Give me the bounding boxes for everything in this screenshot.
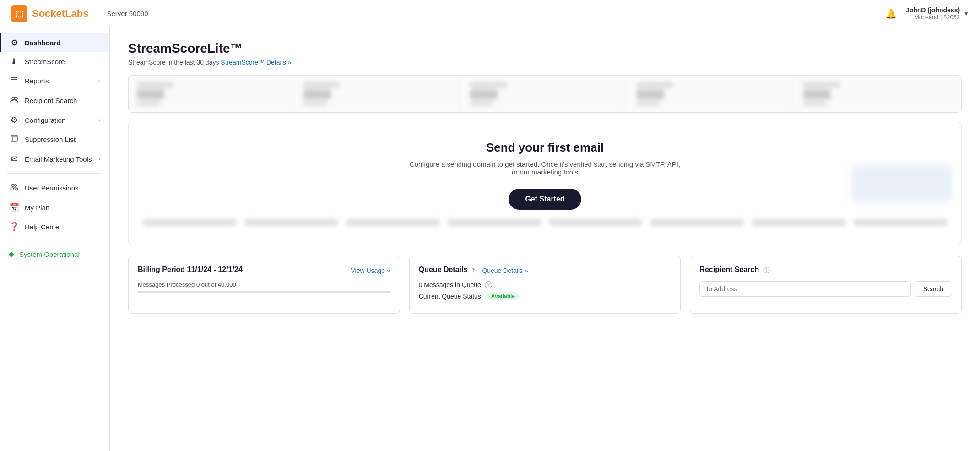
user-menu[interactable]: JohnD (johndess) Moosend | 82053 ▼ (906, 6, 969, 21)
svg-point-6 (12, 185, 14, 187)
queue-panel-header: Queue Details ↻ Queue Details » (419, 266, 671, 276)
logo-text: SocketLabs (32, 8, 89, 20)
sidebar-item-email-marketing-tools[interactable]: ✉ Email Marketing Tools › (0, 149, 109, 168)
sidebar-item-recipient-search[interactable]: Recipient Search (0, 91, 109, 110)
my-plan-icon: 📅 (9, 202, 19, 212)
queue-messages-line: 0 Messages in Queue ? (419, 281, 671, 288)
billing-progress-label: Messages Processed 0 out of 40,000 (138, 281, 390, 288)
info-icon[interactable]: ⓘ (763, 266, 770, 275)
help-center-icon: ❓ (9, 222, 19, 232)
svg-rect-2 (11, 82, 17, 82)
suppression-list-icon (9, 134, 19, 145)
blurred-chart-overlay (851, 165, 952, 202)
streamscore-link[interactable]: StreamScore™ Details » (221, 59, 291, 66)
recipient-search-title: Recipient Search (699, 266, 759, 274)
stat-item-3 (462, 76, 628, 112)
chevron-right-icon: › (98, 78, 100, 84)
to-address-input[interactable] (699, 281, 910, 297)
svg-rect-0 (11, 77, 17, 78)
view-usage-link[interactable]: View Usage » (351, 267, 390, 274)
blurred-bottom-row (142, 219, 948, 226)
billing-panel-title: Billing Period 11/1/24 - 12/1/24 (138, 266, 347, 274)
dashboard-icon: ⊙ (9, 38, 19, 48)
main-content: StreamScoreLite™ StreamScore in the last… (110, 27, 980, 451)
sidebar-item-reports[interactable]: Reports › (0, 71, 109, 91)
billing-progress-bar (138, 291, 390, 293)
stat-item-5 (795, 76, 961, 112)
main-layout: ⊙ Dashboard 🌡 StreamScore Reports › Reci… (0, 27, 980, 451)
recipient-search-header: Recipient Search ⓘ (699, 266, 952, 276)
stat-item-4 (628, 76, 795, 112)
svg-rect-1 (11, 79, 17, 80)
streamscore-section: StreamScoreLite™ StreamScore in the last… (128, 41, 962, 66)
email-marketing-icon: ✉ (9, 154, 19, 164)
user-name: JohnD (johndess) Moosend | 82053 (906, 6, 960, 21)
sidebar: ⊙ Dashboard 🌡 StreamScore Reports › Reci… (0, 27, 110, 451)
thermometer-icon: 🌡 (9, 57, 19, 66)
help-icon[interactable]: ? (485, 281, 492, 288)
cta-description: Configure a sending domain to get starte… (408, 160, 682, 176)
billing-panel-header: Billing Period 11/1/24 - 12/1/24 View Us… (138, 266, 390, 276)
queue-panel-title: Queue Details (419, 266, 468, 274)
user-permissions-icon (9, 183, 19, 193)
sidebar-item-suppression-list[interactable]: Suppression List (0, 130, 109, 149)
sidebar-divider-2 (7, 241, 102, 241)
system-status-dot (9, 252, 14, 257)
configuration-icon: ⚙ (9, 115, 19, 125)
chevron-right-icon: › (98, 156, 100, 162)
bell-icon[interactable]: 🔔 (885, 8, 897, 19)
topbar-right: 🔔 JohnD (johndess) Moosend | 82053 ▼ (885, 6, 969, 21)
svg-point-3 (12, 97, 15, 100)
sidebar-item-system-operational: System Operational (0, 246, 109, 263)
cta-title: Send your first email (142, 141, 948, 155)
chevron-down-icon: ▼ (964, 11, 969, 17)
queue-status-line: Current Queue Status: Available (419, 292, 671, 300)
recipient-search-row: Search (699, 281, 952, 297)
stats-bar (128, 75, 962, 113)
svg-point-7 (15, 185, 17, 187)
streamscore-subtitle: StreamScore in the last 30 days StreamSc… (128, 59, 962, 66)
recipient-search-icon (9, 95, 19, 106)
search-button[interactable]: Search (915, 281, 952, 297)
queue-panel: Queue Details ↻ Queue Details » 0 Messag… (409, 256, 681, 314)
logo[interactable]: ⬚ SocketLabs (11, 5, 89, 22)
stat-item-2 (295, 76, 462, 112)
server-label: Server 50090 (107, 10, 148, 17)
sidebar-item-my-plan[interactable]: 📅 My Plan (0, 198, 109, 217)
recipient-search-panel: Recipient Search ⓘ Search (690, 256, 962, 314)
sidebar-item-configuration[interactable]: ⚙ Configuration › (0, 110, 109, 130)
refresh-icon[interactable]: ↻ (472, 267, 477, 274)
reports-icon (9, 76, 19, 86)
logo-icon: ⬚ (11, 5, 27, 22)
get-started-button[interactable]: Get Started (509, 189, 581, 210)
sidebar-item-help-center[interactable]: ❓ Help Center (0, 217, 109, 236)
sidebar-item-dashboard[interactable]: ⊙ Dashboard (0, 33, 109, 52)
sidebar-item-user-permissions[interactable]: User Permissions (0, 178, 109, 198)
svg-rect-5 (11, 135, 17, 141)
cta-section: Send your first email Configure a sendin… (128, 122, 962, 245)
topbar: ⬚ SocketLabs Server 50090 🔔 JohnD (johnd… (0, 0, 980, 27)
sidebar-divider (7, 173, 102, 174)
streamscore-title: StreamScoreLite™ (128, 41, 962, 56)
svg-point-4 (15, 97, 17, 100)
chevron-right-icon: › (98, 117, 100, 123)
queue-details-link[interactable]: Queue Details » (482, 267, 528, 274)
billing-panel: Billing Period 11/1/24 - 12/1/24 View Us… (128, 256, 400, 314)
sidebar-item-streamscore[interactable]: 🌡 StreamScore (0, 52, 109, 71)
status-badge: Available (487, 292, 520, 300)
stat-item-1 (129, 76, 295, 112)
bottom-panels: Billing Period 11/1/24 - 12/1/24 View Us… (128, 256, 962, 314)
